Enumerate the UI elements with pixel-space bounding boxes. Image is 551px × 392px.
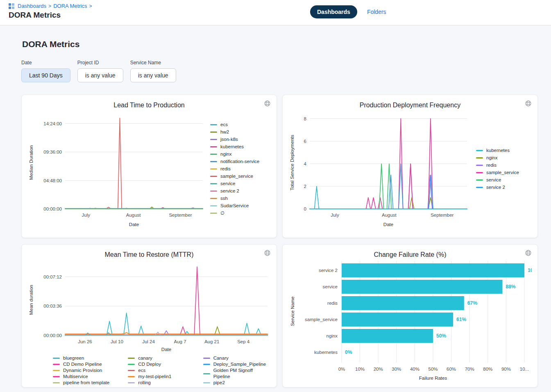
legend-item[interactable]: Dynamic Provision bbox=[53, 367, 113, 374]
legend-item[interactable]: pipe2 bbox=[203, 380, 263, 386]
x-tick-label: 30% bbox=[392, 367, 401, 372]
legend-label: nginx bbox=[220, 151, 232, 157]
bar-category-label: redis bbox=[327, 301, 338, 306]
legend-item[interactable]: nginx bbox=[476, 155, 519, 161]
mttr-chart: 00:00:0000:03:3600:07:12Jun 26Jul 10Jul … bbox=[27, 258, 273, 353]
legend-item[interactable]: service bbox=[210, 181, 259, 187]
legend-item[interactable]: CD Deploy bbox=[128, 361, 188, 367]
legend-swatch bbox=[203, 364, 210, 365]
y-tick-label: 8 bbox=[304, 116, 306, 121]
filter-project-id: Project ID is any value bbox=[77, 60, 123, 82]
legend-label: Dynamic Provision bbox=[63, 367, 102, 374]
legend-item[interactable]: kubernetes bbox=[476, 147, 519, 154]
tab-folders[interactable]: Folders bbox=[367, 9, 386, 15]
legend-label: service bbox=[486, 177, 501, 183]
breadcrumb-dashboards-link[interactable]: Dashboards bbox=[18, 3, 46, 9]
breadcrumb-dora-metrics-link[interactable]: DORA Metrics bbox=[53, 3, 87, 9]
y-tick-label: 14:24:00 bbox=[43, 121, 62, 126]
legend-item[interactable]: redis bbox=[476, 162, 519, 168]
legend-item[interactable]: notification-service bbox=[210, 159, 259, 165]
legend-item[interactable]: ecs bbox=[210, 122, 259, 128]
filter-project-id-value-button[interactable]: is any value bbox=[77, 68, 123, 82]
legend-swatch bbox=[210, 124, 217, 125]
legend-item[interactable]: sample_service bbox=[210, 173, 259, 179]
x-tick-label: Jun 26 bbox=[78, 339, 92, 344]
legend-label: ecs bbox=[220, 122, 228, 128]
legend-swatch bbox=[53, 382, 60, 383]
legend-label: nginx bbox=[486, 155, 498, 161]
legend-label: pipe2 bbox=[213, 380, 225, 386]
legend-item[interactable]: Canary bbox=[203, 355, 263, 361]
y-tick-label: 00:00:00 bbox=[43, 333, 62, 338]
top-header: Dashboards > DORA Metrics > DORA Metrics… bbox=[0, 0, 551, 25]
legend-item[interactable]: kubernetes bbox=[210, 144, 259, 150]
y-tick-label: 4 bbox=[304, 161, 307, 166]
legend-label: ssh bbox=[220, 195, 228, 202]
legend-item[interactable]: canary bbox=[128, 355, 188, 361]
x-tick-label: 0% bbox=[338, 367, 345, 372]
deployment-frequency-chart: 02468JulyAugustSeptemberDateTotal Servic… bbox=[288, 109, 474, 229]
legend-swatch bbox=[210, 154, 217, 155]
legend-swatch bbox=[476, 157, 483, 159]
globe-icon[interactable] bbox=[264, 100, 271, 107]
legend-label: Multiservice bbox=[63, 374, 88, 380]
globe-icon[interactable] bbox=[525, 100, 532, 107]
legend-label: Golden PM Signoff Pipeline bbox=[213, 367, 263, 380]
legend-item[interactable]: bluegreen bbox=[53, 355, 113, 361]
bar-value-label: 100% bbox=[528, 267, 532, 273]
legend-label: CD Deploy bbox=[138, 361, 161, 367]
tab-dashboards[interactable]: Dashboards bbox=[310, 5, 357, 18]
legend-item[interactable]: Multiservice bbox=[53, 374, 113, 380]
bar-value-label: 67% bbox=[467, 300, 477, 306]
legend-item[interactable]: redis bbox=[210, 166, 259, 172]
legend-item[interactable]: service 2 bbox=[476, 184, 519, 190]
filter-date-value-button[interactable]: Last 90 Days bbox=[21, 68, 70, 82]
bar bbox=[342, 329, 433, 343]
mttr-legend: bluegreenCD Demo PipelineDynamic Provisi… bbox=[53, 355, 263, 386]
legend-item[interactable]: ecs bbox=[128, 367, 188, 374]
legend-label: sample_service bbox=[486, 170, 519, 176]
filter-service-name-value-button[interactable]: is any value bbox=[130, 68, 176, 82]
legend-item[interactable]: hw2 bbox=[210, 129, 259, 135]
legend-label: Canary bbox=[213, 355, 229, 361]
page-title: DORA Metrics bbox=[9, 11, 543, 20]
legend-item[interactable]: json-k8s bbox=[210, 136, 259, 143]
bar-category-label: service 2 bbox=[319, 268, 338, 273]
x-tick-label: 80% bbox=[483, 367, 492, 372]
x-tick-label: 40% bbox=[410, 367, 419, 372]
legend-item[interactable]: CD Demo Pipeline bbox=[53, 361, 113, 367]
legend-item[interactable]: rolling bbox=[128, 380, 188, 386]
bar-category-label: service bbox=[323, 284, 338, 289]
bar-value-label: 61% bbox=[456, 317, 466, 322]
series-line bbox=[65, 118, 203, 208]
legend-swatch bbox=[210, 161, 217, 162]
legend-label: kubernetes bbox=[220, 144, 244, 150]
legend-item[interactable]: ∅ bbox=[210, 210, 259, 216]
legend-item[interactable]: service bbox=[476, 177, 519, 183]
legend-item[interactable]: nginx bbox=[210, 151, 259, 157]
globe-icon[interactable] bbox=[264, 249, 271, 256]
globe-icon[interactable] bbox=[525, 249, 532, 256]
breadcrumb-separator: > bbox=[89, 3, 92, 9]
bar bbox=[342, 280, 502, 294]
legend-label: Deploy_Sample_Pipeline bbox=[213, 361, 266, 367]
legend-item[interactable]: Deploy_Sample_Pipeline bbox=[203, 361, 263, 367]
series-line bbox=[65, 267, 268, 335]
bar-value-label: 88% bbox=[506, 284, 515, 290]
legend-item[interactable]: sample_service bbox=[476, 170, 519, 176]
legend-item[interactable]: SudarService bbox=[210, 203, 259, 209]
legend-item[interactable]: service 2 bbox=[210, 188, 259, 194]
legend-label: service 2 bbox=[486, 184, 505, 190]
legend-label: service bbox=[220, 181, 235, 187]
legend-label: redis bbox=[486, 162, 497, 168]
legend-item[interactable]: my-test-pipelin1 bbox=[128, 374, 188, 380]
legend-label: kubernetes bbox=[486, 147, 510, 154]
x-tick-label: July bbox=[331, 213, 339, 218]
chart-body-lead-time: 00:00:0004:48:0009:36:0014:24:00JulyAugu… bbox=[27, 109, 271, 229]
legend-item[interactable]: Golden PM Signoff Pipeline bbox=[203, 367, 263, 380]
legend-swatch bbox=[128, 382, 135, 383]
chart-body-change-failure-rate: 0%10%20%30%40%50%60%70%80%90%10...servic… bbox=[288, 258, 532, 382]
x-axis-title: Date bbox=[161, 347, 171, 352]
legend-item[interactable]: ssh bbox=[210, 195, 259, 202]
legend-item[interactable]: pipeline from template bbox=[53, 380, 113, 386]
